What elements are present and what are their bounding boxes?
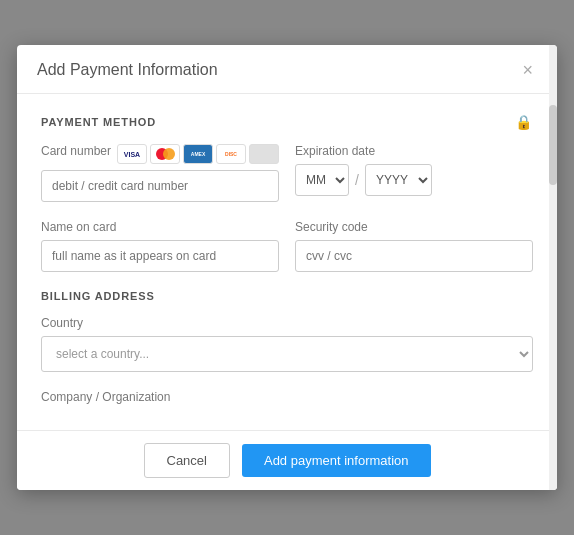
- expiration-label: Expiration date: [295, 144, 533, 158]
- expiry-inputs: MM 010203 040506 070809 101112 / YYYY 20…: [295, 164, 533, 196]
- name-on-card-input[interactable]: [41, 240, 279, 272]
- close-button[interactable]: ×: [518, 59, 537, 81]
- card-number-group: Card number VISA AMEX DISC: [41, 144, 279, 202]
- scrollbar-track[interactable]: [549, 45, 557, 490]
- security-code-group: Security code: [295, 220, 533, 272]
- expiry-month-select[interactable]: MM 010203 040506 070809 101112: [295, 164, 349, 196]
- country-label: Country: [41, 316, 533, 330]
- card-number-input[interactable]: [41, 170, 279, 202]
- modal-body: PAYMENT METHOD 🔒 Card number VISA: [17, 94, 557, 430]
- card-number-label: Card number: [41, 144, 111, 158]
- submit-button[interactable]: Add payment information: [242, 444, 431, 477]
- name-on-card-label: Name on card: [41, 220, 279, 234]
- slash-divider: /: [353, 172, 361, 188]
- add-payment-modal: Add Payment Information × PAYMENT METHOD…: [17, 45, 557, 490]
- card-label-row: Card number VISA AMEX DISC: [41, 144, 279, 164]
- name-on-card-group: Name on card: [41, 220, 279, 272]
- billing-section-title: BILLING ADDRESS: [41, 290, 533, 302]
- discover-icon: DISC: [216, 144, 246, 164]
- other-card-icon: [249, 144, 279, 164]
- mastercard-icon: [150, 144, 180, 164]
- card-number-row: Card number VISA AMEX DISC: [41, 144, 533, 202]
- lock-icon: 🔒: [515, 114, 533, 130]
- security-code-label: Security code: [295, 220, 533, 234]
- cancel-button[interactable]: Cancel: [144, 443, 230, 478]
- visa-icon: VISA: [117, 144, 147, 164]
- payment-method-section-title: PAYMENT METHOD 🔒: [41, 114, 533, 130]
- expiration-group: Expiration date MM 010203 040506 070809 …: [295, 144, 533, 202]
- expiry-year-select[interactable]: YYYY 202420252026 202720282029 2030: [365, 164, 432, 196]
- scrollbar-thumb[interactable]: [549, 105, 557, 185]
- security-code-input[interactable]: [295, 240, 533, 272]
- company-group: Company / Organization: [41, 390, 533, 410]
- modal-title: Add Payment Information: [37, 61, 218, 79]
- modal-header: Add Payment Information ×: [17, 45, 557, 94]
- name-security-row: Name on card Security code: [41, 220, 533, 272]
- company-label: Company / Organization: [41, 390, 533, 404]
- country-group: Country select a country... United State…: [41, 316, 533, 372]
- modal-footer: Cancel Add payment information: [17, 430, 557, 490]
- amex-icon: AMEX: [183, 144, 213, 164]
- country-select[interactable]: select a country... United States Canada…: [41, 336, 533, 372]
- card-icons: VISA AMEX DISC: [117, 144, 279, 164]
- billing-address-section: BILLING ADDRESS Country select a country…: [41, 290, 533, 410]
